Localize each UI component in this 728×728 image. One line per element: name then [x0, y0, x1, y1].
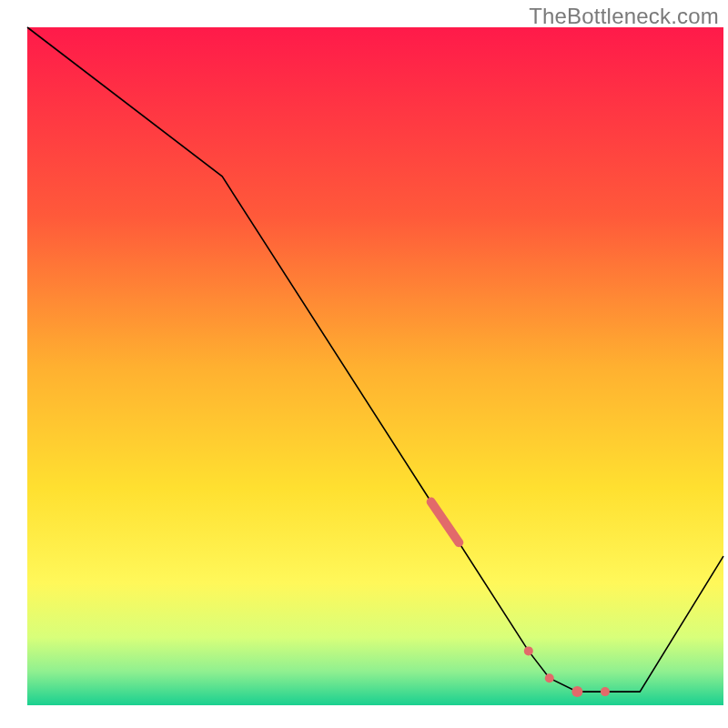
watermark-text: TheBottleneck.com — [529, 4, 719, 29]
chart-svg — [0, 0, 728, 728]
dot-2 — [571, 686, 582, 697]
chart-container: TheBottleneck.com — [0, 0, 728, 728]
plot-background — [27, 27, 723, 705]
dot-3 — [601, 687, 610, 696]
dot-1 — [545, 673, 554, 682]
dot-0 — [524, 646, 533, 655]
